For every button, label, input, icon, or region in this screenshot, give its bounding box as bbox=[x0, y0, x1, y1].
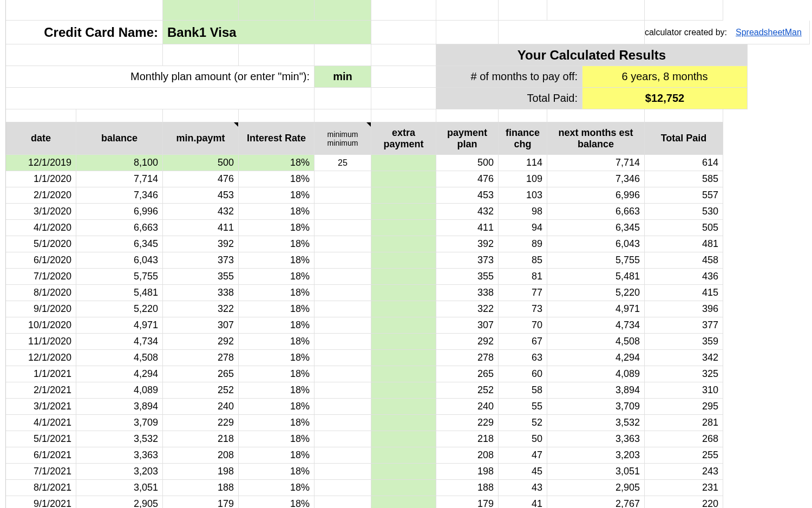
cell-total-paid[interactable]: 530 bbox=[645, 204, 723, 220]
cell-minimum-minimum[interactable] bbox=[315, 431, 371, 447]
cell-interest-rate[interactable]: 18% bbox=[239, 334, 315, 350]
cell-next-balance[interactable]: 3,532 bbox=[547, 415, 645, 431]
cell-interest-rate[interactable]: 18% bbox=[239, 155, 315, 171]
table-row[interactable]: 10/1/20204,97130718%307704,734377 bbox=[6, 317, 812, 334]
cell-extra-payment[interactable] bbox=[371, 187, 436, 204]
cell-payment-plan[interactable]: 411 bbox=[436, 220, 499, 236]
cell-total-paid[interactable]: 614 bbox=[645, 155, 723, 171]
table-row[interactable]: 1/1/20214,29426518%265604,089325 bbox=[6, 366, 812, 382]
table-row[interactable]: 1/1/20207,71447618%4761097,346585 bbox=[6, 171, 812, 187]
blank-cell[interactable] bbox=[371, 109, 436, 122]
cell-next-balance[interactable]: 4,508 bbox=[547, 334, 645, 350]
cell-balance[interactable]: 4,294 bbox=[76, 366, 163, 382]
cell-finance-chg[interactable]: 41 bbox=[499, 496, 547, 508]
cell-next-balance[interactable]: 5,220 bbox=[547, 285, 645, 301]
cell-date[interactable]: 8/1/2020 bbox=[6, 285, 76, 301]
blank-cell[interactable] bbox=[371, 88, 436, 109]
blank-cell[interactable] bbox=[436, 21, 499, 44]
cell-payment-plan[interactable]: 278 bbox=[436, 350, 499, 366]
cell-minimum-minimum[interactable] bbox=[315, 317, 371, 334]
cell-balance[interactable]: 7,714 bbox=[76, 171, 163, 187]
cell-next-balance[interactable]: 4,734 bbox=[547, 317, 645, 334]
cell-payment-plan[interactable]: 338 bbox=[436, 285, 499, 301]
cell-interest-rate[interactable]: 18% bbox=[239, 171, 315, 187]
cell-payment-plan[interactable]: 265 bbox=[436, 366, 499, 382]
cell-total-paid[interactable]: 255 bbox=[645, 447, 723, 464]
cell-next-balance[interactable]: 3,363 bbox=[547, 431, 645, 447]
cell-total-paid[interactable]: 295 bbox=[645, 399, 723, 415]
cell-minimum-minimum[interactable]: 25 bbox=[315, 155, 371, 171]
blank-cell[interactable] bbox=[163, 44, 239, 66]
cell-min-paymt[interactable]: 265 bbox=[163, 366, 239, 382]
cell-interest-rate[interactable]: 18% bbox=[239, 415, 315, 431]
blank-cell[interactable] bbox=[6, 0, 163, 21]
blank-cell[interactable] bbox=[76, 109, 163, 122]
cell-interest-rate[interactable]: 18% bbox=[239, 220, 315, 236]
cell-min-paymt[interactable]: 188 bbox=[163, 480, 239, 496]
table-row[interactable]: 6/1/20206,04337318%373855,755458 bbox=[6, 252, 812, 269]
cell-date[interactable]: 10/1/2020 bbox=[6, 317, 76, 334]
cell-payment-plan[interactable]: 453 bbox=[436, 187, 499, 204]
cell-date[interactable]: 4/1/2021 bbox=[6, 415, 76, 431]
cell-minimum-minimum[interactable] bbox=[315, 350, 371, 366]
cell-next-balance[interactable]: 2,905 bbox=[547, 480, 645, 496]
cell-balance[interactable]: 3,051 bbox=[76, 480, 163, 496]
table-row[interactable]: 2/1/20207,34645318%4531036,996557 bbox=[6, 187, 812, 204]
col-header-date[interactable]: date bbox=[6, 122, 76, 155]
cell-interest-rate[interactable]: 18% bbox=[239, 350, 315, 366]
table-row[interactable]: 12/1/20198,10050018%255001147,714614 bbox=[6, 155, 812, 171]
blank-cell[interactable] bbox=[645, 109, 723, 122]
cell-minimum-minimum[interactable] bbox=[315, 496, 371, 508]
cell-finance-chg[interactable]: 77 bbox=[499, 285, 547, 301]
cell-balance[interactable]: 6,043 bbox=[76, 252, 163, 269]
cell-payment-plan[interactable]: 392 bbox=[436, 236, 499, 252]
cell-next-balance[interactable]: 4,971 bbox=[547, 301, 645, 317]
cell-min-paymt[interactable]: 322 bbox=[163, 301, 239, 317]
table-row[interactable]: 5/1/20213,53221818%218503,363268 bbox=[6, 431, 812, 447]
table-row[interactable]: 9/1/20205,22032218%322734,971396 bbox=[6, 301, 812, 317]
cell-finance-chg[interactable]: 103 bbox=[499, 187, 547, 204]
cell-balance[interactable]: 5,220 bbox=[76, 301, 163, 317]
blank-cell[interactable] bbox=[239, 109, 315, 122]
cell-total-paid[interactable]: 481 bbox=[645, 236, 723, 252]
cell-finance-chg[interactable]: 63 bbox=[499, 350, 547, 366]
cell-min-paymt[interactable]: 179 bbox=[163, 496, 239, 508]
cell-balance[interactable]: 3,363 bbox=[76, 447, 163, 464]
cell-min-paymt[interactable]: 229 bbox=[163, 415, 239, 431]
cell-min-paymt[interactable]: 278 bbox=[163, 350, 239, 366]
cell-next-balance[interactable]: 3,203 bbox=[547, 447, 645, 464]
cell-date[interactable]: 12/1/2019 bbox=[6, 155, 76, 171]
cell-finance-chg[interactable]: 81 bbox=[499, 269, 547, 285]
cell-minimum-minimum[interactable] bbox=[315, 334, 371, 350]
monthly-plan-input[interactable]: min bbox=[315, 66, 371, 88]
cell-extra-payment[interactable] bbox=[371, 480, 436, 496]
blank-cell[interactable] bbox=[436, 109, 499, 122]
cell-minimum-minimum[interactable] bbox=[315, 252, 371, 269]
cell-payment-plan[interactable]: 373 bbox=[436, 252, 499, 269]
cell-finance-chg[interactable]: 98 bbox=[499, 204, 547, 220]
cell-interest-rate[interactable]: 18% bbox=[239, 382, 315, 399]
cell-balance[interactable]: 3,532 bbox=[76, 431, 163, 447]
cell-date[interactable]: 9/1/2020 bbox=[6, 301, 76, 317]
cell-minimum-minimum[interactable] bbox=[315, 285, 371, 301]
cell-total-paid[interactable]: 268 bbox=[645, 431, 723, 447]
cell-finance-chg[interactable]: 45 bbox=[499, 464, 547, 480]
cell-min-paymt[interactable]: 453 bbox=[163, 187, 239, 204]
cell-next-balance[interactable]: 3,709 bbox=[547, 399, 645, 415]
table-row[interactable]: 11/1/20204,73429218%292674,508359 bbox=[6, 334, 812, 350]
cell-total-paid[interactable]: 231 bbox=[645, 480, 723, 496]
cell-extra-payment[interactable] bbox=[371, 415, 436, 431]
cell-finance-chg[interactable]: 43 bbox=[499, 480, 547, 496]
cell-date[interactable]: 5/1/2020 bbox=[6, 236, 76, 252]
cell-min-paymt[interactable]: 392 bbox=[163, 236, 239, 252]
col-header-minimum-minimum[interactable]: minimum minimum bbox=[315, 122, 371, 155]
cell-next-balance[interactable]: 3,894 bbox=[547, 382, 645, 399]
cell-minimum-minimum[interactable] bbox=[315, 464, 371, 480]
cell-finance-chg[interactable]: 47 bbox=[499, 447, 547, 464]
cell-interest-rate[interactable]: 18% bbox=[239, 366, 315, 382]
cell-date[interactable]: 5/1/2021 bbox=[6, 431, 76, 447]
blank-cell[interactable] bbox=[6, 44, 163, 66]
cell-date[interactable]: 6/1/2021 bbox=[6, 447, 76, 464]
col-header-min-paymt[interactable]: min.paymt bbox=[163, 122, 239, 155]
cell-minimum-minimum[interactable] bbox=[315, 220, 371, 236]
